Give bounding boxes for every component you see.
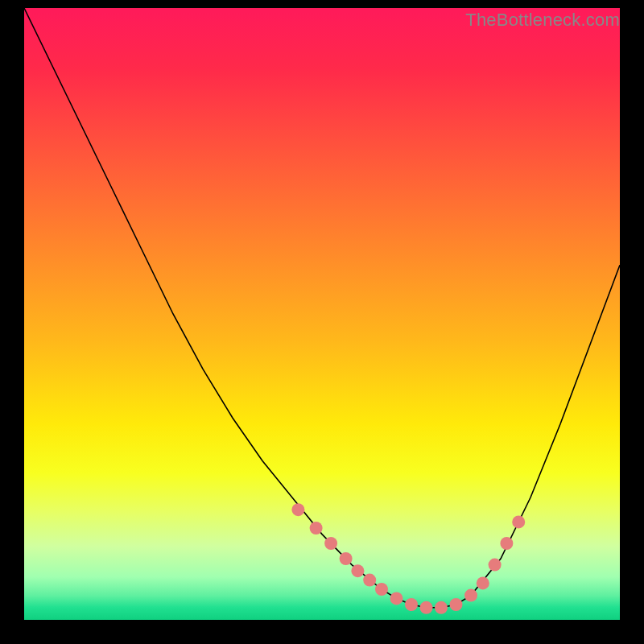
highlight-marker (291, 503, 304, 516)
highlight-marker (464, 589, 477, 602)
highlight-marker (420, 601, 433, 614)
highlight-marker (405, 598, 418, 611)
highlight-marker (450, 598, 463, 611)
highlight-marker (500, 537, 513, 550)
chart-container: TheBottleneck.com (0, 0, 644, 644)
curve-svg (24, 8, 620, 620)
highlight-marker (390, 592, 403, 605)
marker-group (291, 503, 525, 614)
bottleneck-curve (24, 8, 620, 608)
highlight-marker (375, 583, 388, 596)
highlight-marker (435, 601, 448, 614)
watermark-text: TheBottleneck.com (465, 10, 620, 31)
highlight-marker (477, 576, 489, 589)
highlight-marker (363, 574, 376, 587)
highlight-marker (512, 515, 525, 528)
highlight-marker (351, 564, 364, 577)
highlight-marker (310, 522, 323, 535)
highlight-marker (489, 559, 502, 572)
plot-area (24, 8, 620, 620)
highlight-marker (324, 537, 337, 550)
highlight-marker (340, 552, 353, 565)
